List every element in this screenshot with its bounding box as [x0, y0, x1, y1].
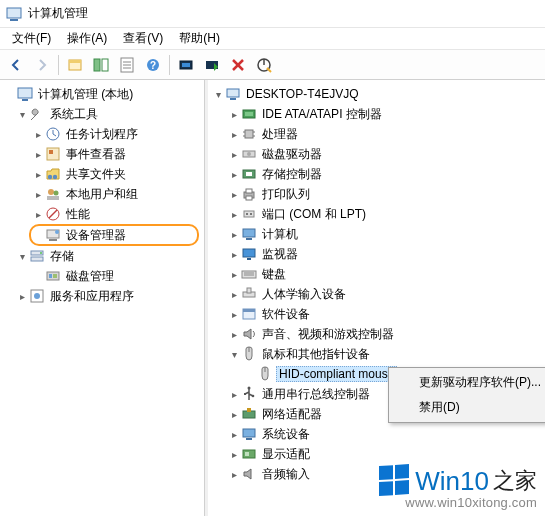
caret-right-icon[interactable]: ▸ [228, 329, 240, 340]
menu-action[interactable]: 操作(A) [59, 28, 115, 49]
tree-local-users[interactable]: ▸ 本地用户和组 [0, 184, 204, 204]
caret-right-icon[interactable]: ▸ [228, 149, 240, 160]
menu-file[interactable]: 文件(F) [4, 28, 59, 49]
device-mgr-icon [45, 227, 61, 243]
caret-right-icon[interactable]: ▸ [228, 309, 240, 320]
cat-disk[interactable]: ▸磁盘驱动器 [208, 144, 545, 164]
sound-icon [241, 326, 257, 342]
svg-rect-70 [243, 309, 255, 312]
services-icon [29, 288, 45, 304]
cat-monitor[interactable]: ▸监视器 [208, 244, 545, 264]
svg-rect-45 [245, 130, 253, 138]
cat-storage-ctrl[interactable]: ▸存储控制器 [208, 164, 545, 184]
tree-label: 存储 [48, 248, 76, 265]
caret-right-icon[interactable]: ▸ [228, 289, 240, 300]
windows-flag-icon [379, 464, 411, 498]
cat-software-dev[interactable]: ▸软件设备 [208, 304, 545, 324]
tree-event-viewer[interactable]: ▸ 事件查看器 [0, 144, 204, 164]
show-hide-tree-button[interactable] [89, 53, 113, 77]
device-root[interactable]: ▾ DESKTOP-T4EJVJQ [208, 84, 545, 104]
cat-hid[interactable]: ▸人体学输入设备 [208, 284, 545, 304]
caret-down-icon[interactable]: ▾ [212, 89, 224, 100]
svg-rect-74 [244, 393, 246, 395]
audio-in-icon [241, 466, 257, 482]
tree-services-apps[interactable]: ▸ 服务和应用程序 [0, 286, 204, 306]
properties-button[interactable] [115, 53, 139, 77]
tree-root-computer-mgmt[interactable]: ▶ 计算机管理 (本地) [0, 84, 204, 104]
tree-system-tools[interactable]: ▾ 系统工具 [0, 104, 204, 124]
cat-sound[interactable]: ▸声音、视频和游戏控制器 [208, 324, 545, 344]
caret-down-icon[interactable]: ▾ [228, 349, 240, 360]
caret-right-icon[interactable]: ▸ [228, 249, 240, 260]
help-button[interactable]: ? [141, 53, 165, 77]
caret-right-icon[interactable]: ▸ [16, 291, 28, 302]
caret-right-icon[interactable]: ▸ [228, 209, 240, 220]
storage-icon [29, 248, 45, 264]
cat-display[interactable]: ▸显示适配 [208, 444, 545, 464]
cat-computer[interactable]: ▸计算机 [208, 224, 545, 244]
caret-right-icon[interactable]: ▸ [32, 169, 44, 180]
menu-view[interactable]: 查看(V) [115, 28, 171, 49]
mouse-icon [257, 366, 273, 382]
svg-rect-4 [94, 59, 100, 71]
caret-right-icon[interactable]: ▸ [228, 389, 240, 400]
cat-system-dev[interactable]: ▸系统设备 [208, 424, 545, 444]
caret-right-icon[interactable]: ▸ [32, 209, 44, 220]
up-button[interactable] [63, 53, 87, 77]
tree-label: 音频输入 [260, 466, 312, 483]
tree-label: 计算机管理 (本地) [36, 86, 135, 103]
caret-right-icon[interactable]: ▸ [228, 169, 240, 180]
cat-mouse[interactable]: ▾鼠标和其他指针设备 [208, 344, 545, 364]
tree-label: 系统工具 [48, 106, 100, 123]
caret-right-icon[interactable]: ▸ [228, 129, 240, 140]
shared-folder-icon [45, 166, 61, 182]
cat-print[interactable]: ▸打印队列 [208, 184, 545, 204]
menu-help[interactable]: 帮助(H) [171, 28, 228, 49]
menu-update-driver[interactable]: 更新驱动程序软件(P)... [391, 370, 545, 395]
svg-point-75 [252, 395, 255, 398]
tree-task-scheduler[interactable]: ▸ 任务计划程序 [0, 124, 204, 144]
monitor-icon [241, 246, 257, 262]
svg-point-24 [53, 175, 57, 179]
caret-right-icon[interactable]: ▸ [32, 129, 44, 140]
cat-keyboard[interactable]: ▸键盘 [208, 264, 545, 284]
caret-right-icon[interactable]: ▸ [228, 469, 240, 480]
caret-right-icon[interactable]: ▸ [228, 109, 240, 120]
caret-down-icon[interactable]: ▾ [16, 251, 28, 262]
cat-ports[interactable]: ▸端口 (COM 和 LPT) [208, 204, 545, 224]
computer-icon [225, 86, 241, 102]
uninstall-button[interactable] [226, 53, 250, 77]
svg-rect-22 [49, 150, 53, 154]
disk-icon [241, 146, 257, 162]
scan-hardware-button[interactable] [174, 53, 198, 77]
caret-right-icon[interactable]: ▸ [228, 429, 240, 440]
caret-down-icon[interactable]: ▾ [16, 109, 28, 120]
update-driver-button[interactable] [200, 53, 224, 77]
disable-button[interactable] [252, 53, 276, 77]
tree-performance[interactable]: ▸ 性能 [0, 204, 204, 224]
caret-right-icon[interactable]: ▸ [228, 229, 240, 240]
clock-icon [45, 126, 61, 142]
svg-rect-34 [31, 257, 43, 261]
cpu-icon [241, 126, 257, 142]
caret-right-icon[interactable]: ▸ [228, 269, 240, 280]
back-button[interactable] [4, 53, 28, 77]
cat-cpu[interactable]: ▸处理器 [208, 124, 545, 144]
caret-right-icon[interactable]: ▸ [228, 449, 240, 460]
tree-label: 事件查看器 [64, 146, 128, 163]
caret-right-icon[interactable]: ▸ [228, 189, 240, 200]
menu-disable[interactable]: 禁用(D) [391, 395, 545, 420]
caret-right-icon[interactable]: ▸ [228, 409, 240, 420]
cat-ide[interactable]: ▸IDE ATA/ATAPI 控制器 [208, 104, 545, 124]
forward-button[interactable] [30, 53, 54, 77]
system-dev-icon [241, 426, 257, 442]
display-adapter-icon [241, 446, 257, 462]
tree-storage[interactable]: ▾ 存储 [0, 246, 204, 266]
svg-rect-78 [243, 429, 255, 437]
caret-right-icon[interactable]: ▸ [32, 149, 44, 160]
tree-disk-mgmt[interactable]: ▶ 磁盘管理 [0, 266, 204, 286]
tree-device-manager[interactable]: ▶ 设备管理器 [30, 225, 198, 245]
caret-right-icon[interactable]: ▸ [32, 189, 44, 200]
tree-shared-folders[interactable]: ▸ 共享文件夹 [0, 164, 204, 184]
storage-ctrl-icon [241, 166, 257, 182]
